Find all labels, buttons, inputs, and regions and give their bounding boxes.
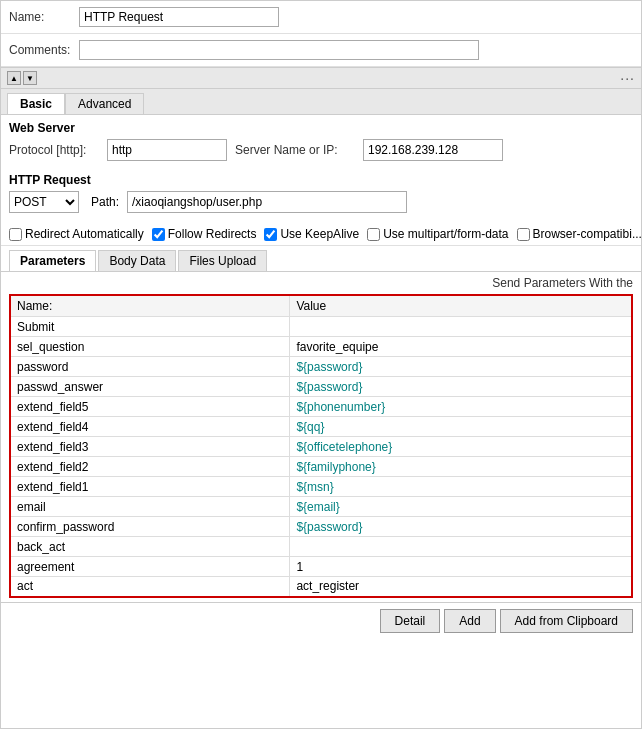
param-name-cell: extend_field3	[10, 437, 290, 457]
param-value-cell: ${qq}	[290, 417, 632, 437]
param-value-cell: ${phonenumber}	[290, 397, 632, 417]
comments-input[interactable]	[79, 40, 479, 60]
sub-tab-parameters[interactable]: Parameters	[9, 250, 96, 271]
tab-basic[interactable]: Basic	[7, 93, 65, 114]
method-select[interactable]: POST GET PUT DELETE	[9, 191, 79, 213]
param-name-cell: confirm_password	[10, 517, 290, 537]
web-server-title: Web Server	[9, 121, 633, 135]
protocol-input[interactable]	[107, 139, 227, 161]
param-value-cell: act_register	[290, 577, 632, 597]
param-value-cell: ${officetelephone}	[290, 437, 632, 457]
redirect-auto-checkbox-item: Redirect Automatically	[9, 227, 144, 241]
send-params-label: Send Parameters With the	[492, 276, 633, 290]
main-panel: Name: Comments: ▲ ▼ ··· Basic Advanced W…	[0, 0, 642, 729]
param-name-cell: Submit	[10, 317, 290, 337]
param-name-cell: sel_question	[10, 337, 290, 357]
sub-tab-body-data[interactable]: Body Data	[98, 250, 176, 271]
param-name-cell: back_act	[10, 537, 290, 557]
table-row: extend_field5${phonenumber}	[10, 397, 632, 417]
name-input[interactable]	[79, 7, 279, 27]
checkboxes-row: Redirect Automatically Follow Redirects …	[1, 223, 641, 246]
keep-alive-label: Use KeepAlive	[280, 227, 359, 241]
multipart-label: Use multipart/form-data	[383, 227, 508, 241]
table-row: agreement1	[10, 557, 632, 577]
browser-compat-checkbox-item: Browser-compatibi...	[517, 227, 641, 241]
name-row: Name:	[1, 1, 641, 34]
params-table-container: Name: Value Submitsel_questionfavorite_e…	[1, 294, 641, 602]
table-row: Submit	[10, 317, 632, 337]
param-value-cell: ${familyphone}	[290, 457, 632, 477]
path-label: Path:	[91, 195, 119, 209]
param-value-cell	[290, 317, 632, 337]
param-name-cell: email	[10, 497, 290, 517]
col-value-header: Value	[290, 295, 632, 317]
http-request-title: HTTP Request	[9, 173, 633, 187]
table-row: actact_register	[10, 577, 632, 597]
protocol-label: Protocol [http]:	[9, 143, 99, 157]
toolbar-row: ▲ ▼ ···	[1, 67, 641, 89]
multipart-checkbox-item: Use multipart/form-data	[367, 227, 508, 241]
table-row: passwd_answer${password}	[10, 377, 632, 397]
param-name-cell: passwd_answer	[10, 377, 290, 397]
table-row: back_act	[10, 537, 632, 557]
keep-alive-checkbox-item: Use KeepAlive	[264, 227, 359, 241]
param-value-cell: ${password}	[290, 377, 632, 397]
detail-button[interactable]: Detail	[380, 609, 441, 633]
server-name-input[interactable]	[363, 139, 503, 161]
web-server-section: Web Server Protocol [http]: Server Name …	[1, 115, 641, 171]
table-row: email${email}	[10, 497, 632, 517]
tab-advanced[interactable]: Advanced	[65, 93, 144, 114]
path-input[interactable]	[127, 191, 407, 213]
sub-tabs-row: Parameters Body Data Files Upload	[1, 246, 641, 272]
param-value-cell: 1	[290, 557, 632, 577]
table-row: confirm_password${password}	[10, 517, 632, 537]
toolbar-menu-button[interactable]: ···	[620, 70, 635, 86]
table-row: extend_field4${qq}	[10, 417, 632, 437]
comments-row: Comments:	[1, 34, 641, 67]
param-value-cell: ${msn}	[290, 477, 632, 497]
table-row: extend_field3${officetelephone}	[10, 437, 632, 457]
param-name-cell: act	[10, 577, 290, 597]
http-request-section: HTTP Request POST GET PUT DELETE Path:	[1, 171, 641, 223]
keep-alive-checkbox[interactable]	[264, 228, 277, 241]
param-name-cell: extend_field2	[10, 457, 290, 477]
table-row: extend_field2${familyphone}	[10, 457, 632, 477]
multipart-checkbox[interactable]	[367, 228, 380, 241]
browser-compat-label: Browser-compatibi...	[533, 227, 641, 241]
params-table: Name: Value Submitsel_questionfavorite_e…	[9, 294, 633, 598]
arrow-up-button[interactable]: ▲	[7, 71, 21, 85]
send-params-row: Send Parameters With the	[1, 272, 641, 294]
add-from-clipboard-button[interactable]: Add from Clipboard	[500, 609, 633, 633]
method-path-row: POST GET PUT DELETE Path:	[9, 191, 633, 213]
param-value-cell: favorite_equipe	[290, 337, 632, 357]
param-name-cell: extend_field1	[10, 477, 290, 497]
param-name-cell: extend_field4	[10, 417, 290, 437]
redirect-auto-label: Redirect Automatically	[25, 227, 144, 241]
sub-tab-files-upload[interactable]: Files Upload	[178, 250, 267, 271]
browser-compat-checkbox[interactable]	[517, 228, 530, 241]
table-row: sel_questionfavorite_equipe	[10, 337, 632, 357]
comments-label: Comments:	[9, 43, 79, 57]
param-name-cell: password	[10, 357, 290, 377]
param-value-cell: ${password}	[290, 357, 632, 377]
name-label: Name:	[9, 10, 79, 24]
follow-redirects-checkbox-item: Follow Redirects	[152, 227, 257, 241]
param-value-cell	[290, 537, 632, 557]
add-button[interactable]: Add	[444, 609, 495, 633]
table-row: password${password}	[10, 357, 632, 377]
protocol-row: Protocol [http]: Server Name or IP:	[9, 139, 633, 161]
redirect-auto-checkbox[interactable]	[9, 228, 22, 241]
main-tabs: Basic Advanced	[1, 89, 641, 115]
follow-redirects-checkbox[interactable]	[152, 228, 165, 241]
param-name-cell: agreement	[10, 557, 290, 577]
col-name-header: Name:	[10, 295, 290, 317]
table-row: extend_field1${msn}	[10, 477, 632, 497]
toolbar-arrows: ▲ ▼	[7, 71, 37, 85]
bottom-buttons: Detail Add Add from Clipboard	[1, 602, 641, 639]
follow-redirects-label: Follow Redirects	[168, 227, 257, 241]
param-value-cell: ${password}	[290, 517, 632, 537]
arrow-down-button[interactable]: ▼	[23, 71, 37, 85]
param-name-cell: extend_field5	[10, 397, 290, 417]
server-label: Server Name or IP:	[235, 143, 355, 157]
param-value-cell: ${email}	[290, 497, 632, 517]
